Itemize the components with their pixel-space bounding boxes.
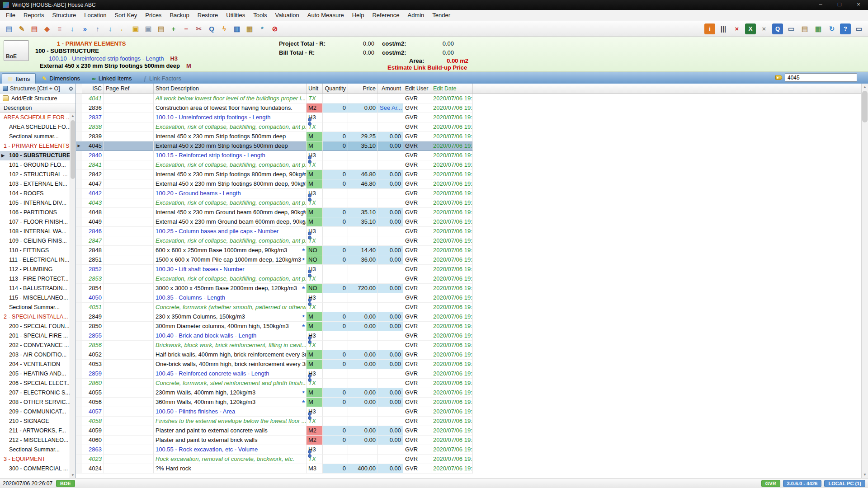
table-row[interactable]: 2837100.10 - Unreinforced strip footings… (76, 113, 861, 122)
sidebar-item[interactable]: 111 - ELECTRICAL IN... (0, 255, 70, 265)
sidebar-item[interactable]: 205 - HEATING AND... (0, 369, 70, 379)
grid-scroll-thumb[interactable] (862, 91, 868, 122)
cell-price[interactable]: 0.00 (348, 426, 378, 436)
sidebar-item[interactable]: 106 - PARTITIONS (0, 208, 70, 217)
report-icon[interactable]: ▦ (813, 23, 824, 34)
cell-price[interactable]: 0.00 (348, 350, 378, 360)
magnify-icon[interactable]: Q (206, 23, 217, 34)
table-row[interactable]: 2863100.55 - Rock excavation, etc - Volu… (76, 445, 861, 455)
table-icon[interactable]: ▦ (244, 23, 255, 34)
cell-price[interactable]: 0.00 (348, 360, 378, 369)
scroll-up-icon[interactable]: ▲ (862, 85, 868, 89)
table-row[interactable]: 4041All work below lowest floor level of… (76, 94, 861, 103)
table-row[interactable]: 4049External 450 x 230 mm Ground beam 60… (76, 217, 861, 227)
sidebar-item[interactable]: 3 - EQUIPMENT (0, 455, 70, 464)
table-row[interactable]: 4052Half-brick walls, 400mm high, brick … (76, 350, 861, 360)
sidebar-item[interactable]: 104 - ROOFS (0, 189, 70, 198)
column-header-short-description[interactable]: Short Description (154, 84, 307, 94)
stop-icon[interactable]: ⊘ (269, 23, 280, 34)
menu-reports[interactable]: Reports (19, 10, 48, 21)
cut-icon[interactable]: ✂ (193, 23, 204, 34)
table-row[interactable]: 4055230mm Walls, 400mm high, 120kg/m3*M0… (76, 388, 861, 398)
sidebar-item[interactable]: Sectional summar... (0, 132, 70, 141)
process-icon[interactable]: » (80, 23, 90, 34)
table-row[interactable]: 4047External 450 x 230 mm Strip footings… (76, 179, 861, 189)
cell-quantity[interactable]: 0 (323, 208, 348, 217)
table-row[interactable]: 2849230 x 350mm Columns, 150kg/m3*M00.00… (76, 312, 861, 322)
tab-linked-items[interactable]: ∞Linked Items (86, 73, 137, 84)
cell-price[interactable]: 35.10 (348, 141, 378, 151)
clipboard-icon[interactable]: ▤ (799, 23, 810, 34)
sidebar-item[interactable]: 200 - SPECIAL FOUN... (0, 322, 70, 331)
cell-price[interactable]: 36.00 (348, 255, 378, 265)
sidebar-item[interactable]: 210 - SIGNAGE (0, 417, 70, 426)
table-row[interactable]: 4060Plaster and paint to external brick … (76, 436, 861, 445)
menu-reference[interactable]: Reference (368, 10, 403, 21)
sidebar-item[interactable]: 101 - GROUND FLO... (0, 160, 70, 170)
table-row[interactable]: 4042100.20 - Ground beams - LengthH3GVR2… (76, 189, 861, 198)
cell-price[interactable]: 0.00 (348, 103, 378, 113)
sidebar-item[interactable]: 113 - FIRE PROTECT... (0, 274, 70, 284)
sidebar-item[interactable]: Sectional Summar... (0, 445, 70, 455)
monitor-icon[interactable]: ▭ (854, 23, 864, 34)
cell-price[interactable]: 35.10 (348, 208, 378, 217)
estimate-link-label[interactable]: Estimate Link Build-up Price (387, 64, 467, 71)
menu-tools[interactable]: Tools (249, 10, 271, 21)
cell-quantity[interactable]: 0 (323, 217, 348, 227)
menu-auto-measure[interactable]: Auto Measure (303, 10, 348, 21)
cell-quantity[interactable]: 0 (323, 360, 348, 369)
sidebar-item[interactable]: 209 - COMMUNICAT... (0, 407, 70, 417)
presentation-icon[interactable]: ▭ (786, 23, 797, 34)
menu-restore[interactable]: Restore (193, 10, 222, 21)
maximize-button[interactable]: □ (830, 0, 849, 10)
sidebar-item[interactable]: 211 - ARTWORKS, F... (0, 426, 70, 436)
menu-tender[interactable]: Tender (428, 10, 454, 21)
cell-quantity[interactable]: 0 (323, 170, 348, 179)
table-row[interactable]: 2847Excavation, risk of collapse, backfi… (76, 236, 861, 246)
query-icon[interactable]: Q (772, 23, 783, 34)
insert-item-icon[interactable]: + (168, 23, 179, 34)
cell-price[interactable]: 0.00 (348, 398, 378, 407)
barcode-icon[interactable]: ||| (718, 23, 729, 34)
menu-help[interactable]: Help (348, 10, 368, 21)
menu-prices[interactable]: Prices (141, 10, 165, 21)
scroll-down-icon[interactable]: ▼ (862, 473, 868, 477)
cell-quantity[interactable]: 0 (323, 141, 348, 151)
cell-quantity[interactable]: 0 (323, 284, 348, 293)
table-row[interactable]: 2848600 x 600 x 250mm Base 1000mm deep, … (76, 246, 861, 255)
menu-backup[interactable]: Backup (165, 10, 193, 21)
cell-price[interactable]: 0.00 (348, 312, 378, 322)
move-down-icon[interactable]: ↓ (105, 23, 116, 34)
grid-scrollbar[interactable]: ▲ ▼ (861, 84, 868, 478)
table-row[interactable]: 2855100.40 - Brick and block walls - Len… (76, 331, 861, 341)
delete-item-icon[interactable]: ▤ (29, 23, 40, 34)
sidebar-item[interactable]: 201 - SPECIAL FIRE ... (0, 331, 70, 341)
info-icon[interactable]: i (704, 23, 715, 34)
sidebar-scrollbar[interactable]: ▲ ▼ (70, 113, 75, 478)
settings-icon[interactable]: * (257, 23, 268, 34)
table-row[interactable]: 2860Concrete, formwork, steel reinforcem… (76, 379, 861, 388)
sidebar-item[interactable]: 102 - STRUCTURAL ... (0, 170, 70, 179)
add-edit-structure-button[interactable]: Add/Edit Structure (0, 94, 75, 103)
menu-valuation[interactable]: Valuation (271, 10, 303, 21)
transfer-left-icon[interactable]: ← (118, 23, 128, 34)
cell-quantity[interactable]: 0 (323, 322, 348, 331)
column-header-edit-date[interactable]: Edit Date (431, 84, 473, 94)
scroll-up-icon[interactable]: ▲ (70, 114, 75, 118)
table-row[interactable]: 2859100.45 - Reinforced concrete walls -… (76, 369, 861, 379)
column-header-edit-user[interactable]: Edit User (403, 84, 431, 94)
column-header-price[interactable]: Price (348, 84, 378, 94)
sidebar-item[interactable]: 2 - SPECIAL INSTALLA... (0, 312, 70, 322)
menu-sort-key[interactable]: Sort Key (110, 10, 141, 21)
column-header-page-ref[interactable]: Page Ref (104, 84, 154, 94)
cell-quantity[interactable]: 0 (323, 388, 348, 398)
remove-item-icon[interactable]: − (181, 23, 192, 34)
table-row[interactable]: ▶4045External 450 x 230 mm Strip footing… (76, 141, 861, 151)
cell-price[interactable]: 46.80 (348, 179, 378, 189)
sidebar-item[interactable]: 300 - COMMERCIAL ... (0, 464, 70, 474)
new-boe-icon[interactable]: ▤ (4, 23, 14, 34)
clear-icon[interactable]: × (759, 23, 769, 34)
column-header-isc[interactable]: ISC (82, 84, 104, 94)
paste-icon[interactable]: ▤ (156, 23, 166, 34)
menu-file[interactable]: File (2, 10, 19, 21)
